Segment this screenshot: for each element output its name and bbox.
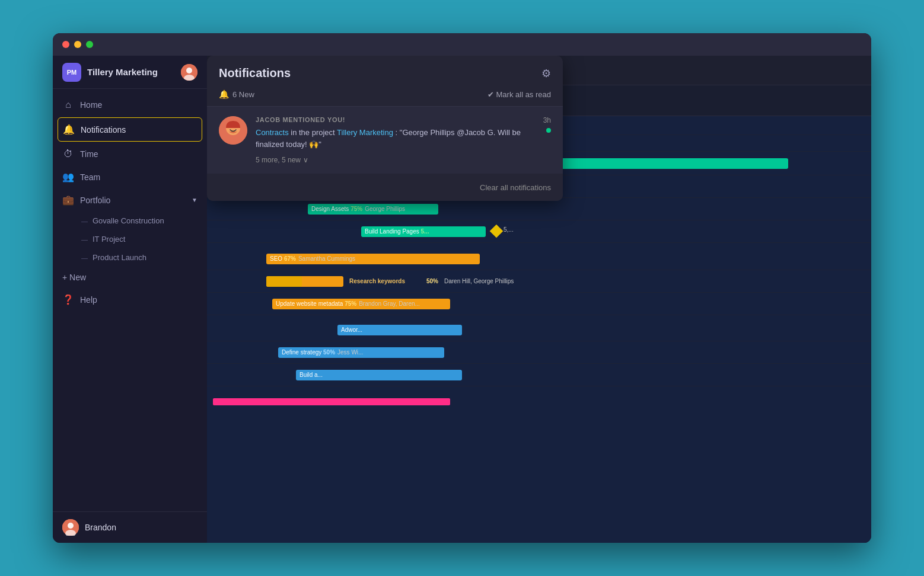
- new-label: + New: [62, 273, 86, 282]
- sidebar-item-govalle[interactable]: Govalle Construction: [72, 212, 207, 230]
- svg-point-4: [68, 523, 74, 529]
- bar-pct-da: 75%: [351, 206, 362, 212]
- sidebar-item-product-launch[interactable]: Product Launch: [72, 248, 207, 267]
- user-avatar: [62, 519, 79, 536]
- notif-subbar: 🔔 6 New ✔ Mark all as read: [207, 87, 563, 106]
- sidebar-header: PM Tillery Marketing: [53, 56, 207, 89]
- sidebar-time-label: Time: [80, 149, 98, 159]
- notif-title: Notifications: [219, 66, 291, 80]
- bar-person-ds: Jess Wi...: [337, 349, 363, 356]
- header-user-avatar[interactable]: [181, 64, 197, 81]
- sidebar-team-label: Team: [80, 172, 100, 182]
- notif-body-0: JACOB MENTIONED YOU! Contracts in the pr…: [256, 116, 535, 164]
- sidebar-new-button[interactable]: + New: [53, 267, 207, 288]
- gantt-row-build-a: Build a...: [207, 364, 871, 386]
- notif-more-label: 5 more, 5 new: [256, 156, 301, 164]
- sidebar-footer: Brandon: [53, 511, 207, 543]
- bar-label-blp: Build Landing Pages: [365, 228, 421, 235]
- main-content: ≡: [207, 56, 871, 543]
- workspace-name: Tillery Marketing: [87, 67, 158, 77]
- notif-footer: Clear all notifications: [207, 174, 563, 201]
- bar-label-uwm: Update website metadata: [276, 300, 345, 307]
- sidebar-item-portfolio[interactable]: 💼 Portfolio ▼: [53, 188, 207, 212]
- sidebar-item-help[interactable]: ❓ Help: [53, 288, 207, 311]
- bar-label-adw: Adwor...: [341, 327, 362, 333]
- clear-all-button[interactable]: Clear all notifications: [480, 183, 551, 192]
- expand-icon: ∨: [303, 156, 308, 164]
- home-icon: ⌂: [62, 100, 74, 110]
- research-person: Daren Hill, George Phillips: [444, 278, 514, 284]
- gantt-row-adwords: Adwor...: [207, 319, 871, 341]
- close-button[interactable]: [62, 41, 69, 48]
- pm-logo: PM: [62, 63, 81, 82]
- timeline-scrollbar[interactable]: [213, 398, 450, 405]
- gantt-bar-design-assets[interactable]: Design Assets 75% George Phillips: [308, 204, 438, 215]
- gantt-bar-strategy[interactable]: Define strategy 50% Jess Wi...: [278, 347, 444, 358]
- notif-settings-icon[interactable]: ⚙: [541, 67, 551, 80]
- govalle-label: Govalle Construction: [93, 216, 164, 225]
- bar-label-ds: Define strategy: [282, 349, 323, 356]
- bar-person-seo: Samantha Cummings: [298, 255, 355, 262]
- bar-pct-ds: 50%: [323, 349, 335, 356]
- bar-person-da: George Phillips: [365, 206, 405, 212]
- checkmark-icon: ✔: [488, 90, 494, 99]
- sidebar-item-home[interactable]: ⌂ Home: [53, 94, 207, 116]
- gantt-row-research: Research keywords 50% Daren Hill, George…: [207, 270, 871, 293]
- bar-label-ba: Build a...: [299, 372, 323, 378]
- sidebar-notifications-label: Notifications: [81, 125, 126, 135]
- product-launch-label: Product Launch: [93, 253, 146, 262]
- gantt-bar-research-fill: [266, 276, 302, 287]
- notif-text-mid: in the project: [291, 128, 337, 137]
- notif-more-button[interactable]: 5 more, 5 new ∨: [256, 156, 535, 164]
- sidebar-item-time[interactable]: ⏱ Time: [53, 143, 207, 165]
- gantt-row-metadata: Update website metadata 75% Brandon Gray…: [207, 293, 871, 315]
- bar-person-uwm: Brandon Gray, Daren...: [359, 300, 420, 307]
- gantt-row-strategy: Define strategy 50% Jess Wi...: [207, 341, 871, 364]
- notif-time-0: 3h: [543, 116, 551, 124]
- sidebar: PM Tillery Marketing ⌂ Home: [53, 56, 207, 543]
- user-name: Brandon: [85, 523, 116, 532]
- title-bar: [53, 33, 871, 56]
- notif-header: Notifications ⚙: [207, 56, 563, 87]
- notif-link-tillery[interactable]: Tillery Marketing: [337, 128, 393, 137]
- portfolio-sub-list: Govalle Construction IT Project Product …: [53, 212, 207, 267]
- gantt-bar-adwords[interactable]: Adwor...: [337, 325, 462, 335]
- milestone-diamond: [490, 225, 504, 238]
- gantt-bar-seo[interactable]: SEO 67% Samantha Cummings: [266, 254, 480, 264]
- notif-dot-0: [546, 128, 551, 133]
- research-label: Research keywords: [349, 278, 405, 284]
- time-icon: ⏱: [62, 149, 74, 159]
- gantt-row-build-landing: Build Landing Pages 5... 5,...: [207, 220, 871, 243]
- notif-link-contracts[interactable]: Contracts: [256, 128, 289, 137]
- notif-avatar-jacob: [219, 116, 247, 145]
- bar-pct-blp: 5...: [421, 228, 429, 235]
- maximize-button[interactable]: [86, 41, 93, 48]
- mark-all-label: Mark all as read: [496, 90, 551, 99]
- notifications-icon: 🔔: [63, 124, 75, 135]
- sidebar-nav: ⌂ Home 🔔 Notifications ⏱ Time 👥 Team: [53, 89, 207, 511]
- gantt-bar-build-landing[interactable]: Build Landing Pages 5...: [361, 226, 486, 237]
- mark-all-button[interactable]: ✔ Mark all as read: [488, 90, 551, 99]
- notification-item-0: JACOB MENTIONED YOU! Contracts in the pr…: [207, 106, 563, 174]
- help-label: Help: [80, 295, 97, 305]
- it-project-label: IT Project: [93, 235, 125, 244]
- sidebar-home-label: Home: [80, 100, 102, 110]
- gantt-bar-metadata[interactable]: Update website metadata 75% Brandon Gray…: [272, 299, 450, 309]
- sidebar-item-team[interactable]: 👥 Team: [53, 165, 207, 188]
- notification-panel: Notifications ⚙ 🔔 6 New ✔ Mark all as re…: [207, 56, 563, 201]
- sidebar-item-notifications[interactable]: 🔔 Notifications: [58, 117, 202, 142]
- gantt-row-design-assets: Design Assets 75% George Phillips: [207, 198, 871, 220]
- portfolio-icon: 💼: [62, 194, 74, 206]
- sidebar-item-it-project[interactable]: IT Project: [72, 230, 207, 248]
- app-window: PM Tillery Marketing ⌂ Home: [53, 33, 871, 543]
- notif-meta-0: 3h: [543, 116, 551, 164]
- milestone-label: 5,...: [504, 226, 514, 233]
- notif-from-0: JACOB MENTIONED YOU!: [256, 116, 535, 123]
- gantt-bar-build-a[interactable]: Build a...: [296, 370, 462, 380]
- bar-label-da: Design Assets: [311, 206, 351, 212]
- minimize-button[interactable]: [74, 41, 81, 48]
- app-body: PM Tillery Marketing ⌂ Home: [53, 56, 871, 543]
- bell-icon: 🔔: [219, 89, 229, 99]
- portfolio-arrow-icon: ▼: [192, 197, 197, 203]
- notif-count: 🔔 6 New: [219, 89, 254, 99]
